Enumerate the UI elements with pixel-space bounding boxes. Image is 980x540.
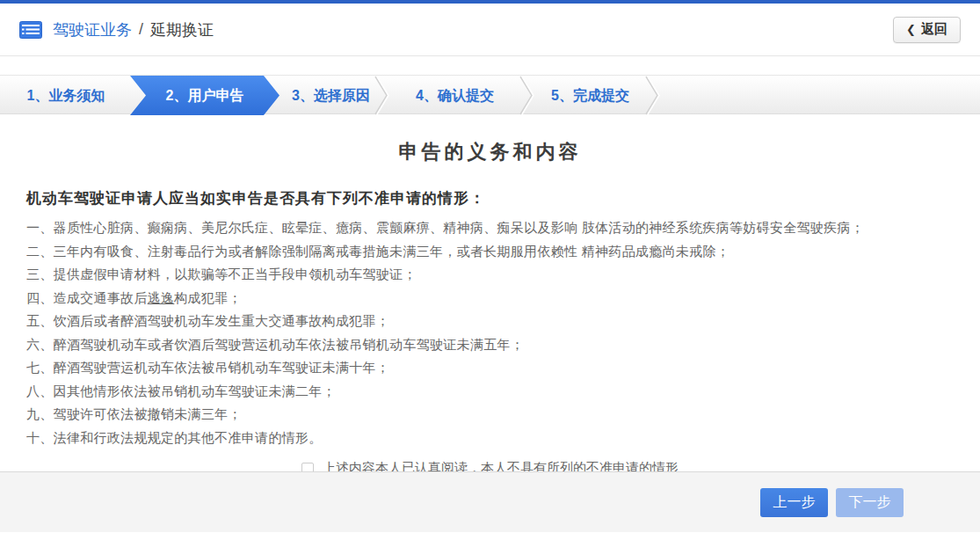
declaration-item-9: 九、驾驶许可依法被撤销未满三年； [26,403,954,427]
declaration-item-7: 七、醉酒驾驶营运机动车依法被吊销机动车驾驶证未满十年； [26,356,954,380]
back-button[interactable]: ❮ 返回 [893,17,961,43]
declaration-item-10: 十、法律和行政法规规定的其他不准申请的情形。 [26,427,954,450]
declaration-item-8: 八、因其他情形依法被吊销机动车驾驶证未满二年； [26,380,954,404]
header: 驾驶证业务 / 延期换证 ❮ 返回 [0,4,980,56]
chevron-left-icon: ❮ [906,23,916,36]
declaration-intro: 机动车驾驶证申请人应当如实申告是否具有下列不准申请的情形： [26,188,954,208]
wizard-step-3[interactable]: 3、选择原因 [279,76,382,115]
chevron-separator-icon [643,76,661,115]
chevron-separator-icon [518,76,535,115]
back-button-label: 返回 [921,21,947,38]
list-form-icon [19,21,42,39]
prev-step-button[interactable]: 上一步 [760,488,828,517]
declaration-item-5: 五、饮酒后或者醉酒驾驶机动车发生重大交通事故构成犯罪； [26,310,954,333]
wizard-step-4[interactable]: 4、确认提交 [382,76,527,115]
declaration-item-2: 二、三年内有吸食、注射毒品行为或者解除强制隔离戒毒措施未满三年，或者长期服用依赖… [26,240,954,264]
chevron-separator-icon [373,76,390,115]
wizard-step-2-active[interactable]: 2、用户申告 [130,76,279,115]
declaration-item-4: 四、造成交通事故后逃逸构成犯罪； [26,287,954,310]
footer-bar: 上一步 下一步 [0,471,980,532]
breadcrumb-separator: / [139,20,143,39]
main-content: 申告的义务和内容 机动车驾驶证申请人应当如实申告是否具有下列不准申请的情形： 一… [0,114,980,477]
page-title-secondary: 延期换证 [150,19,214,40]
page: 驾驶证业务 / 延期换证 ❮ 返回 1、业务须知 2、用户申告 3、选择原因 4… [0,0,980,540]
declaration-item-6: 六、醉酒驾驶机动车或者饮酒后驾驶营运机动车依法被吊销机动车驾驶证未满五年； [26,333,954,357]
breadcrumb: 驾驶证业务 / 延期换证 [19,19,214,40]
wizard-step-1[interactable]: 1、业务须知 [0,76,132,115]
declaration-item-3: 三、提供虚假申请材料，以欺骗等不正当手段申领机动车驾驶证； [26,263,954,287]
declaration-list: 一、器质性心脏病、癫痫病、美尼尔氏症、眩晕症、癔病、震颤麻痹、精神病、痴呆以及影… [26,216,954,449]
page-title-primary: 驾驶证业务 [53,19,132,40]
next-step-button[interactable]: 下一步 [836,488,904,517]
step-wizard: 1、业务须知 2、用户申告 3、选择原因 4、确认提交 5、完成提交 [0,75,980,114]
wizard-step-5[interactable]: 5、完成提交 [527,76,653,115]
declaration-item-1: 一、器质性心脏病、癫痫病、美尼尔氏症、眩晕症、癔病、震颤麻痹、精神病、痴呆以及影… [26,216,954,240]
content-title: 申告的义务和内容 [0,139,980,165]
